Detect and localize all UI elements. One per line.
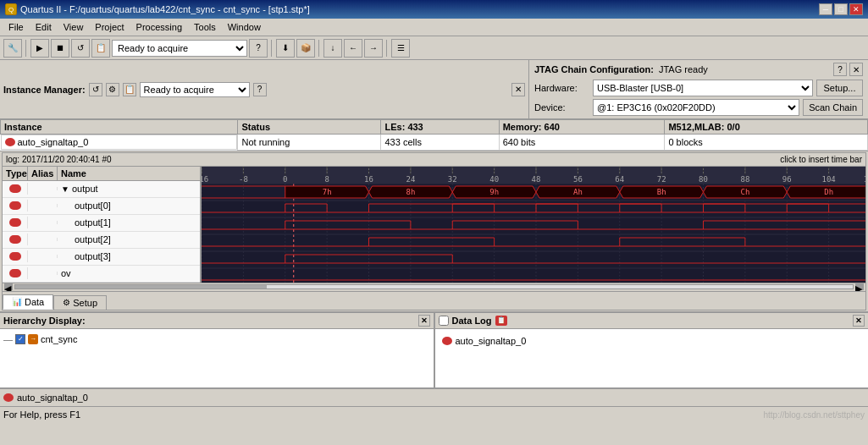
waveform-body: Type Alias Name ▼ output xyxy=(3,167,865,283)
data-log-checkbox[interactable] xyxy=(439,316,449,326)
jtag-device-row: Device: @1: EP3C16 (0x020F20DD) Scan Cha… xyxy=(534,99,863,116)
toolbar-btn-4[interactable]: 📋 xyxy=(91,39,110,58)
menu-tools[interactable]: Tools xyxy=(189,20,221,34)
instance-table-container: Instance Status LEs: 433 Memory: 640 M51… xyxy=(0,119,868,151)
app-icon: Q xyxy=(5,3,17,15)
waveform-display[interactable] xyxy=(202,167,865,283)
horizontal-scrollbar[interactable]: ◀ ▶ xyxy=(3,283,865,291)
eye-icon-output2 xyxy=(9,235,21,244)
table-row[interactable]: auto_signaltap_0 Not running 433 cells 6… xyxy=(1,135,868,151)
cell-memory: 640 bits xyxy=(499,135,665,151)
toolbar-btn-1[interactable]: 🔧 xyxy=(3,39,22,58)
toolbar-btn-3[interactable]: ↺ xyxy=(71,39,90,58)
name-output3: output[3] xyxy=(58,250,200,263)
im-help-btn[interactable]: ? xyxy=(253,83,267,96)
hierarchy-header: Hierarchy Display: ✕ xyxy=(0,313,434,329)
instance-manager: Instance Manager: ↺ ⚙ 📋 Ready to acquire… xyxy=(0,60,529,118)
log-item-text: auto_signaltap_0 xyxy=(456,336,527,346)
bottom-icon xyxy=(3,393,14,402)
alias-output0 xyxy=(28,204,58,207)
toolbar-ur-btn[interactable]: → xyxy=(364,39,383,58)
eye-icon-output0 xyxy=(9,201,21,210)
menu-bar: File Edit View Project Processing Tools … xyxy=(0,19,868,36)
log-icon xyxy=(442,337,452,345)
close-button[interactable]: ✕ xyxy=(849,3,863,15)
signal-row-output1[interactable]: output[1] xyxy=(3,215,200,232)
maximize-button[interactable]: □ xyxy=(834,3,848,15)
name-output2: output[2] xyxy=(58,233,200,246)
waveform-tabs: 📊 Data ⚙ Setup xyxy=(3,291,865,310)
jtag-title: JTAG Chain Configuration: xyxy=(534,64,654,74)
scroll-thumb[interactable] xyxy=(15,285,267,288)
data-log-close-btn[interactable]: ✕ xyxy=(853,315,865,327)
jtag-hardware-select[interactable]: USB-Blaster [USB-0] xyxy=(593,80,813,96)
im-refresh-btn[interactable]: ↺ xyxy=(89,83,102,96)
data-log-header: Data Log 📋 ✕ xyxy=(435,313,869,329)
toolbar-stop-btn[interactable]: ⏹ xyxy=(51,39,69,58)
eye-icon-output xyxy=(9,184,21,193)
scroll-right-btn[interactable]: ▶ xyxy=(855,283,864,290)
name-ov: ov xyxy=(58,266,200,280)
jtag-panel: JTAG Chain Configuration: JTAG ready ? ✕… xyxy=(529,60,868,118)
signal-row-output[interactable]: ▼ output xyxy=(3,181,200,198)
data-log-icon: 📋 xyxy=(495,316,507,326)
toolbar-prog-btn2[interactable]: 📦 xyxy=(296,39,315,58)
waveform-header: log: 2017/11/20 20:40:41 #0 click to ins… xyxy=(3,153,865,167)
tree-checkbox[interactable]: ✓ xyxy=(15,334,25,344)
hierarchy-root[interactable]: — ✓ → cnt_sync xyxy=(3,332,430,346)
signal-row-output3[interactable]: output[3] xyxy=(3,249,200,266)
jtag-setup-btn[interactable]: Setup... xyxy=(816,80,863,96)
toolbar-run-btn[interactable]: ▶ xyxy=(30,39,49,58)
im-btn2[interactable]: ⚙ xyxy=(106,83,119,96)
menu-view[interactable]: View xyxy=(58,20,89,34)
instance-manager-row: Instance Manager: ↺ ⚙ 📋 Ready to acquire… xyxy=(0,60,868,119)
menu-processing[interactable]: Processing xyxy=(131,20,187,34)
signal-row-output0[interactable]: output[0] xyxy=(3,198,200,215)
toolbar-list-btn[interactable]: ☰ xyxy=(391,39,410,58)
instance-manager-label: Instance Manager: xyxy=(3,85,86,95)
bottom-instance-bar: auto_signaltap_0 xyxy=(0,387,868,406)
jtag-hardware-label: Hardware: xyxy=(534,83,589,93)
jtag-header: JTAG Chain Configuration: JTAG ready ? ✕ xyxy=(534,63,863,76)
im-close-btn[interactable]: ✕ xyxy=(511,83,525,96)
toolbar-help-btn[interactable]: ? xyxy=(249,39,268,58)
im-status-dropdown[interactable]: Ready to acquire xyxy=(140,82,250,97)
toolbar-acquire-dropdown[interactable]: Ready to acquire xyxy=(112,40,247,57)
cell-les: 433 cells xyxy=(381,135,499,151)
jtag-close-btn[interactable]: ✕ xyxy=(849,63,863,76)
signal-row-ov[interactable]: ov xyxy=(3,266,200,283)
tab-data[interactable]: 📊 Data xyxy=(3,294,53,310)
bottom-instance-name: auto_signaltap_0 xyxy=(17,393,88,403)
signal-row-output2[interactable]: output[2] xyxy=(3,232,200,249)
toolbar-sep-2 xyxy=(271,40,273,57)
instance-table: Instance Status LEs: 433 Memory: 640 M51… xyxy=(0,119,868,151)
eye-icon-output1 xyxy=(9,218,21,227)
log-item-1[interactable]: auto_signaltap_0 xyxy=(439,332,865,349)
menu-edit[interactable]: Edit xyxy=(30,20,57,34)
name-output1: output[1] xyxy=(58,216,200,229)
toolbar: 🔧 ▶ ⏹ ↺ 📋 Ready to acquire ? ⬇ 📦 ↓ ← → ☰ xyxy=(0,36,868,60)
toolbar-ul-btn[interactable]: ← xyxy=(344,39,362,58)
hierarchy-title: Hierarchy Display: xyxy=(3,316,86,326)
jtag-help-btn[interactable]: ? xyxy=(833,63,847,76)
menu-window[interactable]: Window xyxy=(223,20,266,34)
hierarchy-close-btn[interactable]: ✕ xyxy=(418,315,430,327)
menu-file[interactable]: File xyxy=(3,20,29,34)
bottom-panels: Hierarchy Display: ✕ — ✓ → cnt_sync Data… xyxy=(0,311,868,387)
tab-setup[interactable]: ⚙ Setup xyxy=(53,295,107,310)
scan-chain-btn[interactable]: Scan Chain xyxy=(803,99,863,116)
col-status: Status xyxy=(238,120,381,135)
name-output: ▼ output xyxy=(58,182,200,195)
menu-project[interactable]: Project xyxy=(90,20,129,34)
expand-icon: ▼ xyxy=(61,184,69,194)
col-mlab: M512,MLAB: 0/0 xyxy=(665,120,868,135)
minimize-button[interactable]: ─ xyxy=(819,3,832,15)
toolbar-dl-btn[interactable]: ↓ xyxy=(323,39,342,58)
jtag-device-select[interactable]: @1: EP3C16 (0x020F20DD) xyxy=(593,99,799,116)
scroll-track[interactable] xyxy=(14,284,854,289)
ruler-canvas xyxy=(202,167,865,184)
jtag-hardware-row: Hardware: USB-Blaster [USB-0] Setup... xyxy=(534,80,863,96)
toolbar-prog-btn[interactable]: ⬇ xyxy=(276,39,295,58)
scroll-left-btn[interactable]: ◀ xyxy=(4,283,13,290)
im-btn3[interactable]: 📋 xyxy=(123,83,136,96)
